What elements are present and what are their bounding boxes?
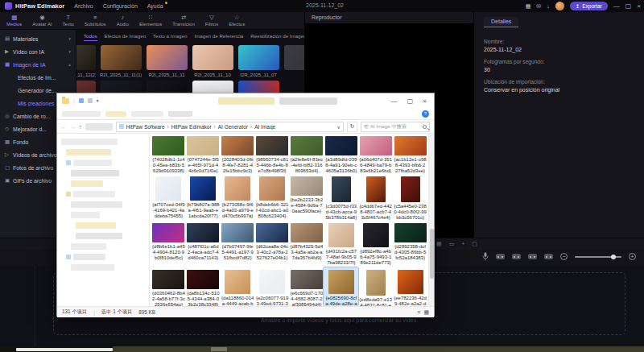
track-tool-icon-3[interactable] — [528, 254, 537, 259]
user-avatar[interactable] — [555, 2, 564, 10]
explorer-close-button[interactable]: × — [423, 97, 427, 105]
file-item[interactable]: {74028db1-1c40-45ea-b83b-5629d9109338} — [151, 134, 186, 174]
file-item[interactable]: {a3d89dfd-0398-4a91-90eb-c4605a3136b0} — [324, 134, 358, 174]
help-button[interactable]: ? — [422, 110, 429, 118]
file-item[interactable]: {c487f01c-a6d2-4aca-adc7-4d460ca71143} — [186, 221, 221, 267]
search-input[interactable]: 在 AI Image 中搜索 — [361, 122, 430, 132]
media-item[interactable]: R2I_2025_11_10 — [192, 45, 233, 77]
file-item[interactable]: {d0360462-8b42-4a58-b77f-3c2536e554ac} — [151, 267, 186, 306]
toolbar-medios[interactable]: ▦Medios — [6, 14, 22, 27]
delete-icon[interactable]: ▢ — [472, 241, 477, 246]
media-item[interactable]: R2I_2025_11_11 — [146, 45, 188, 77]
taskbar-window-button[interactable] — [16, 348, 113, 351]
file-item[interactable]: {a06d407d-3516-4849-ba79-b83e6b21e6bd} — [358, 134, 393, 174]
toolbar-avatar-ai[interactable]: ◉Avatar AI — [32, 14, 52, 27]
file-item[interactable]: {d892ef8c-a4b6-4a75-9493-189e211de773} — [358, 221, 393, 267]
file-item[interactable]: {ee782236-42d9-482e-a2a2-d98e33a4a19c} — [393, 267, 427, 306]
file-item[interactable]: {c5a445e0-2380-4dc0-80f2-99bb3c56701c} — [393, 174, 427, 221]
toolbar-transici-n[interactable]: ⇄Transición — [172, 14, 194, 27]
track-tool-icon-4[interactable] — [544, 254, 553, 259]
toolbar-texto[interactable]: TTexto — [63, 14, 74, 27]
file-item[interactable]: {e0825690-8cfa-49de-a28e-ac10b9124dc7} — [324, 267, 358, 306]
quick-access-icon[interactable] — [88, 98, 93, 103]
tab-imagen-de-referencia[interactable]: Imagen de Referencia — [194, 33, 243, 41]
zoom-in-icon[interactable]: + — [629, 253, 636, 260]
file-item[interactable]: {ed8eda97-e134-4832-8c81-e86ea00855d9} — [358, 267, 393, 306]
refresh-icon[interactable]: ↻ — [347, 122, 357, 132]
breadcrumb-segment[interactable]: AI Image — [254, 124, 275, 130]
tracks-icon[interactable]: ▦ — [436, 241, 442, 246]
menu-archivo[interactable]: Archivo — [74, 3, 93, 9]
scrollbar[interactable] — [428, 134, 434, 306]
media-item[interactable]: I2R_2025_11_07 — [237, 45, 279, 77]
tab-texto-a-imagen[interactable]: Texto a Imagen — [153, 33, 187, 41]
back-icon[interactable]: ← — [61, 124, 67, 130]
file-item[interactable]: {e2c06077-9193-49ed-9731-39cb74329c30} — [255, 267, 290, 306]
layout-icon[interactable]: ▦ — [526, 3, 531, 9]
file-item[interactable]: {c3d0075d-f33d-43cb-acca-95b378b314a8} — [324, 174, 358, 221]
voiceover-mic-icon[interactable] — [482, 252, 489, 261]
file-item[interactable]: {d8b6e1b1-a454-4904-8120-9b0f810def5c} — [151, 221, 186, 267]
media-item[interactable]: R2I_2025_11_11(1) — [100, 45, 142, 77]
address-box[interactable]: HitPaw Software›HitPaw Edimakor›AI Gener… — [116, 122, 345, 132]
file-item[interactable]: {da8b134c-5105-4344-a384-03b2c38c3348} — [186, 267, 221, 306]
timeline-zoom-slider[interactable] — [575, 256, 621, 258]
file-item[interactable]: {c4ddb7ed-4428-4807-acb7-43c5f467c4e4} — [358, 174, 393, 221]
file-item[interactable]: {e6c669d7-1704-4582-8087-2af3085494d4} — [290, 267, 324, 306]
sidebar-item-imagen-de-ia[interactable]: ▦Imagen de IA▴ — [0, 58, 76, 71]
quick-access-icon[interactable] — [79, 98, 84, 103]
file-item[interactable]: {a2fe8e6f-83ec-4efd-bf82-316ff09653d4} — [290, 134, 324, 174]
file-item[interactable]: {b273058c-9f6d-4a03-a979-ed470c5b997a} — [221, 174, 255, 221]
file-item[interactable]: {be2b2233-3b2e-4584-9d9a-70aac590face} — [290, 174, 324, 221]
file-item[interactable]: {2028403d-0fb8-4fe7-8281-42fe15bbc9c3} — [221, 134, 255, 174]
feedback-icon[interactable]: ✉ — [536, 3, 541, 9]
up-icon[interactable]: ↑ — [79, 124, 82, 130]
tab-details[interactable]: Detalles — [484, 17, 518, 27]
tab-reestilizaci-n-de-imagen[interactable]: Reestilización de Imagen — [250, 33, 304, 41]
file-item[interactable]: {d62caa8a-04c3-40c2-a78a-2527627e04b1} — [255, 221, 290, 267]
breadcrumb-segment[interactable]: AI Generator — [218, 124, 248, 130]
export-button[interactable]: ↥Exportar — [570, 2, 608, 10]
taskbar-item[interactable] — [211, 347, 227, 351]
media-item[interactable]: R2I_2025_11_12(2) — [76, 45, 96, 77]
forward-icon[interactable]: → — [70, 124, 76, 130]
file-item[interactable]: {d7b07497-9fe5-4491-a197-951fbcdf7d82} — [221, 221, 255, 267]
thumbnail-view-icon[interactable]: ▦ — [423, 309, 429, 316]
split-icon[interactable]: ▭ — [449, 241, 455, 246]
sidebar-item-v-deo-con-ia[interactable]: ▶Vídeo con IA▾ — [0, 45, 76, 58]
file-item[interactable]: {d431fc2a-c577-48af-9b05-97ba98231f7f} — [324, 221, 358, 267]
media-item[interactable] — [283, 45, 304, 77]
menu-configuraci-n[interactable]: Configuración — [103, 3, 138, 9]
download-icon[interactable]: ↓ — [547, 3, 550, 9]
explorer-maximize-button[interactable]: ▢ — [407, 97, 414, 105]
list-view-icon[interactable]: ≡ — [417, 309, 420, 316]
add-icon[interactable]: + — [461, 241, 464, 246]
file-item[interactable]: {ac1b12e1-c988-4393-bfb6-227fba52d3ee} — [393, 134, 427, 174]
sidebar-item-materiales[interactable]: ▤Materiales▾ — [0, 32, 76, 45]
explorer-minimize-button[interactable]: — — [391, 97, 398, 105]
breadcrumb-segment[interactable]: HitPaw Edimakor — [171, 124, 212, 130]
toolbar-audio[interactable]: ♪Audio — [117, 14, 129, 27]
zoom-out-icon[interactable]: − — [560, 253, 568, 260]
toolbar-filtros[interactable]: ▽Filtros — [205, 14, 218, 27]
toolbar-elementos[interactable]: ∷Elementos — [139, 14, 162, 27]
file-item[interactable]: {da118860-014a-4449-acab-b43b13891da3} — [221, 267, 255, 306]
close-button[interactable]: × — [637, 3, 641, 10]
file-item[interactable]: {0747244e-3f5e-465f-971d-44c6c0d71f0e} — [186, 134, 221, 174]
tab-efectos-de-imagen[interactable]: Efectos de Imagen — [105, 33, 147, 41]
toolbar-efectos[interactable]: ☆Efectos — [229, 14, 245, 27]
menu-ayuda[interactable]: Ayuda — [147, 3, 163, 9]
tab-todos[interactable]: Todos — [84, 33, 97, 41]
file-item[interactable]: {d2892358-dcfd-4305-86bb-5fc52a184383} — [393, 221, 427, 267]
file-item[interactable]: {b8deb6b6-321f-42cd-abc1-a0808c623404} — [255, 174, 290, 221]
restore-button[interactable]: ▢ — [625, 3, 632, 10]
breadcrumb-segment[interactable]: HitPaw Software — [126, 124, 165, 130]
scrollbar-thumb[interactable] — [430, 229, 434, 279]
zoom-slider-knob[interactable] — [611, 255, 616, 259]
toolbar-subt-tulos[interactable]: ≡Subtítulos — [85, 14, 106, 27]
chevron-down-icon[interactable]: ▾ — [97, 98, 99, 103]
file-item[interactable]: {98950734-c815-446b-8e4b-8e7c8b498f3f} — [255, 134, 290, 174]
sidebar-item-efectos-de-im[interactable]: Efectos de Im... — [0, 71, 76, 84]
track-tool-icon-1[interactable] — [496, 254, 505, 259]
file-item[interactable]: {b79b807a-988a-4f61-9aab-e1abcda20f77} — [186, 174, 221, 221]
